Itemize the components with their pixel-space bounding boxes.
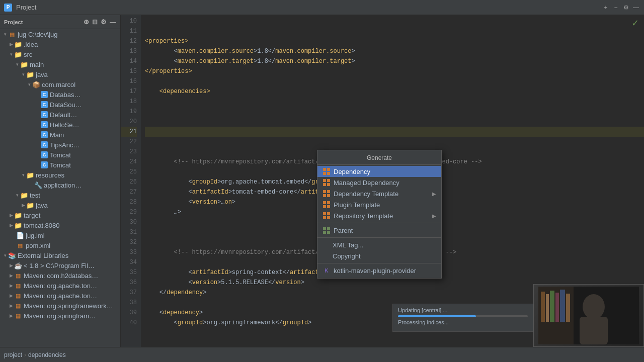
tree-package[interactable]: ▾ 📦 com.marcol: [0, 79, 120, 89]
menu-label-xml-tag: XML Tag...: [333, 241, 436, 249]
context-menu: Generate Dependency Managed Dependency D…: [317, 150, 442, 279]
file-icon-iml: 📄: [16, 231, 24, 239]
sidebar-gear-icon[interactable]: ⚙: [101, 18, 107, 26]
minus-button[interactable]: −: [612, 4, 620, 12]
repo-template-arrow: ▶: [432, 213, 436, 219]
tree-label-tipsanc: TipsAnc…: [50, 141, 79, 149]
tree-label-test: test: [30, 192, 40, 199]
menu-item-repository-template[interactable]: Repository Template ▶: [317, 210, 441, 221]
tree-class-hellose[interactable]: ▶ C HelloSe…: [0, 120, 120, 130]
maven-icon-h2: ▦: [14, 272, 22, 280]
menu-separator-3: [317, 263, 441, 263]
svg-rect-16: [323, 212, 326, 215]
menu-item-managed-dependency[interactable]: Managed Dependency: [317, 177, 441, 188]
menu-item-kotlin[interactable]: K kotlin-maven-plugin-provider: [317, 265, 441, 276]
folder-icon-resources: 📁: [26, 171, 34, 179]
tree-test-java[interactable]: ▶ 📁 java: [0, 200, 120, 210]
sidebar-collapse-icon[interactable]: ⊟: [92, 18, 98, 26]
maven-icon: ▦: [8, 30, 16, 38]
tree-jdk[interactable]: ▶ ☕ < 1.8 > C:\Program Fil…: [0, 260, 120, 270]
tree-maven-h2[interactable]: ▶ ▦ Maven: com.h2databas…: [0, 270, 120, 281]
tree-idea[interactable]: ▶ 📁 .idea: [0, 39, 120, 49]
editor-area: 1011121314 1516171819 2021222324 2526272…: [121, 15, 644, 347]
menu-item-dependency-template[interactable]: Dependency Template ▶: [317, 188, 441, 199]
menu-label-dep-template: Dependency Template: [334, 190, 429, 198]
maven-icon-tomcat2: ▦: [14, 292, 22, 300]
tree-class-datasou[interactable]: ▶ C DataSou…: [0, 100, 120, 110]
svg-rect-15: [327, 205, 330, 208]
svg-point-25: [583, 294, 605, 319]
svg-rect-12: [323, 201, 326, 204]
title-text: Project: [16, 4, 36, 11]
tree-class-default[interactable]: ▶ C Default…: [0, 110, 120, 120]
code-line-22: [145, 137, 644, 147]
arrow-src: ▾: [8, 51, 14, 57]
tree-class-databas[interactable]: ▶ C Databas…: [0, 89, 120, 100]
tree-class-tipsanc[interactable]: ▶ C TipsAnc…: [0, 140, 120, 150]
arrow-maven-spring2: ▶: [8, 313, 14, 319]
jdk-icon: ☕: [14, 261, 22, 269]
xml-tag-icon: [323, 241, 330, 249]
tree-main[interactable]: ▾ 📁 main: [0, 59, 120, 69]
tree-maven-spring2[interactable]: ▶ ▦ Maven: org.springfram…: [0, 311, 120, 321]
parent-icon: [323, 226, 331, 234]
title-bar: P Project + − ⚙ —: [0, 0, 644, 15]
menu-item-copyright[interactable]: Copyright: [317, 250, 441, 261]
arrow-maven-spring1: ▶: [8, 303, 14, 309]
video-placeholder: [534, 285, 643, 346]
tree-class-tomcat2[interactable]: ▶ C Tomcat: [0, 160, 120, 170]
tree-class-tomcat1[interactable]: ▶ C Tomcat: [0, 150, 120, 160]
menu-item-parent[interactable]: Parent: [317, 225, 441, 236]
add-button[interactable]: +: [602, 4, 610, 12]
tree-maven-tomcat1[interactable]: ▶ ▦ Maven: org.apache.ton…: [0, 281, 120, 291]
class-icon-default: C: [40, 111, 48, 119]
tree-class-main[interactable]: ▶ C Main: [0, 130, 120, 140]
menu-label-parent: Parent: [334, 227, 436, 234]
tree-tomcat-server[interactable]: ▶ 📁 tomcat.8080: [0, 220, 120, 230]
svg-rect-6: [323, 183, 326, 186]
tree-label-tomcat-server: tomcat.8080: [24, 222, 60, 229]
tree-pom[interactable]: ▶ ▦ pom.xml: [0, 240, 120, 250]
plugin-template-icon: [323, 201, 331, 209]
svg-rect-21: [327, 227, 330, 230]
video-overlay: [533, 284, 644, 347]
menu-item-xml-tag[interactable]: XML Tag...: [317, 239, 441, 250]
tree-label-resources: resources: [36, 171, 64, 179]
sidebar-add-icon[interactable]: ⊕: [84, 18, 89, 26]
tree-maven-spring1[interactable]: ▶ ▦ Maven: org.springframework…: [0, 301, 120, 311]
menu-item-plugin-template[interactable]: Plugin Template: [317, 199, 441, 210]
tree-root-jug[interactable]: ▾ ▦ jug C:\dev\jug: [0, 29, 120, 39]
tree-maven-tomcat2[interactable]: ▶ ▦ Maven: org.apache.ton…: [0, 291, 120, 301]
tree-label-java: java: [36, 71, 48, 78]
tree-resources[interactable]: ▾ 📁 resources: [0, 170, 120, 180]
arrow-jug: ▾: [2, 31, 8, 37]
tree-ext-libs[interactable]: ▾ 📚 External Libraries: [0, 250, 120, 260]
tree-label-hellose: HelloSe…: [50, 121, 79, 129]
breadcrumb-part-1: project: [4, 351, 22, 358]
arrow-maven-tomcat1: ▶: [8, 283, 14, 289]
tree-java[interactable]: ▾ 📁 java: [0, 69, 120, 79]
arrow-target: ▶: [8, 212, 14, 218]
class-icon-tipsanc: C: [40, 141, 48, 149]
gear-button[interactable]: ⚙: [622, 4, 630, 12]
maven-icon-spring1: ▦: [14, 302, 22, 310]
arrow-maven-h2: ▶: [8, 273, 14, 279]
tree-application[interactable]: ▶ 🔧 application…: [0, 180, 120, 190]
class-icon-tomcat2: C: [40, 161, 48, 169]
sidebar-header-icons: ⊕ ⊟ ⚙ —: [84, 18, 116, 26]
minimize-button[interactable]: —: [632, 4, 640, 12]
menu-item-dependency[interactable]: Dependency: [317, 166, 441, 177]
copyright-icon: [323, 252, 330, 260]
maven-icon-pom: ▦: [16, 241, 24, 249]
tree-test[interactable]: ▾ 📁 test: [0, 190, 120, 200]
sidebar-minus-icon[interactable]: —: [110, 18, 116, 26]
tree-src[interactable]: ▾ 📁 src: [0, 49, 120, 59]
breadcrumb-sep: ›: [24, 351, 26, 358]
ext-libs-icon: 📚: [8, 251, 16, 259]
tree-target[interactable]: ▶ 📁 target: [0, 210, 120, 220]
menu-label-dependency: Dependency: [334, 168, 436, 175]
class-icon-datasou: C: [40, 101, 48, 109]
tree-iml[interactable]: ▶ 📄 jug.iml: [0, 230, 120, 240]
class-icon-hellose: C: [40, 121, 48, 129]
tree-label-main-class: Main: [50, 131, 64, 139]
